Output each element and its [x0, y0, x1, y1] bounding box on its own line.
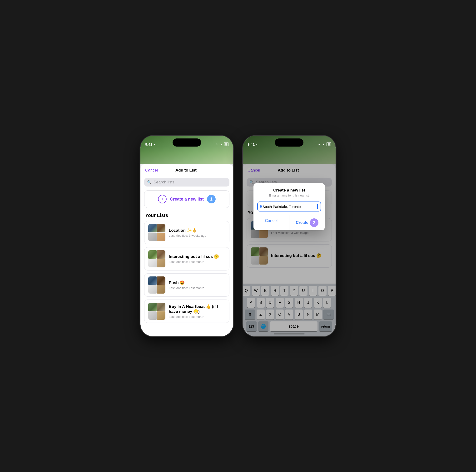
dialog-header: Create a new list Enter a name for this …: [254, 183, 325, 201]
cancel-button[interactable]: Cancel: [145, 168, 158, 173]
dialog-subtitle: Enter a name for this new list.: [258, 194, 320, 197]
photo-cell: [148, 224, 157, 232]
modal-sheet: Cancel Add to List 🔍 Search lists + Crea…: [140, 164, 233, 336]
create-new-list-button[interactable]: + Create a new list 1: [144, 190, 229, 208]
list-item-name: Interesting but a lil sus 🤔: [169, 254, 225, 259]
photo-cell: [148, 233, 157, 241]
battery-icon-2: ▓: [326, 142, 331, 146]
plus-icon: +: [158, 195, 167, 203]
list-item-info: Location ✨👌 Last Modified: 3 weeks ago: [169, 228, 225, 237]
list-item-modified: Last Modified: Last month: [169, 286, 225, 290]
input-cursor-dot: [260, 205, 262, 208]
dynamic-island: [172, 138, 201, 146]
list-item[interactable]: Interesting but a lil sus 🤔 Last Modifie…: [144, 247, 229, 271]
photo-cell: [148, 285, 157, 293]
create-list-label: Create a new list: [170, 197, 204, 202]
photo-cell: [148, 259, 157, 267]
modal-header: Cancel Add to List: [140, 164, 233, 176]
photo-cell: [157, 259, 165, 267]
status-icons-2: ✈ ▲ ▓: [318, 142, 331, 146]
status-time: 9:41 ▲: [145, 142, 156, 146]
photo-cell: [157, 285, 165, 293]
list-item[interactable]: Buy In A Heartbeat 👍 (if I have money 😁)…: [144, 299, 229, 323]
list-item-name: Buy In A Heartbeat 👍 (if I have money 😁): [169, 304, 225, 314]
search-input[interactable]: Search lists: [153, 180, 174, 185]
photo-cell: [157, 224, 165, 232]
status-icons: ✈ ▲ ▓: [216, 142, 228, 146]
photo-cell: [157, 303, 165, 311]
airplane-icon-2: ✈: [318, 143, 321, 146]
create-new-list-dialog: Create a new list Enter a name for this …: [254, 183, 325, 230]
dialog-buttons: Cancel Create 2: [254, 215, 325, 230]
list-item-modified: Last Modified: Last month: [169, 315, 225, 319]
phone-2: 9:41 ▲ ✈ ▲ ▓ Cancel Add to List 🔍 Search…: [243, 136, 336, 336]
photo-cell: [148, 250, 157, 259]
photo-cell: [157, 233, 165, 241]
photo-cell: [148, 311, 157, 320]
text-cursor: [317, 204, 318, 209]
modal-title: Add to List: [175, 168, 197, 173]
search-icon: 🔍: [147, 180, 152, 184]
list-item-photos: [148, 224, 165, 241]
step-2-badge: 2: [310, 218, 319, 227]
location-arrow-icon-2: ▲: [255, 143, 258, 146]
list-item-modified: Last Modified: 3 weeks ago: [169, 234, 225, 237]
list-item-photos: [148, 303, 165, 320]
dynamic-island-2: [275, 138, 304, 146]
photo-cell: [148, 303, 157, 311]
airplane-icon: ✈: [216, 143, 218, 146]
phone-2-screen: 9:41 ▲ ✈ ▲ ▓ Cancel Add to List 🔍 Search…: [243, 136, 336, 336]
phone-1-screen: 9:41 ▲ ✈ ▲ ▓ Cancel Add to List 🔍 Search…: [140, 136, 233, 336]
list-item-name: Posh 🤩: [169, 280, 225, 285]
list-item-info: Posh 🤩 Last Modified: Last month: [169, 280, 225, 290]
battery-icon: ▓: [224, 142, 228, 146]
phone-1: 9:41 ▲ ✈ ▲ ▓ Cancel Add to List 🔍 Search…: [140, 136, 233, 336]
list-item-photos: [148, 250, 165, 267]
location-arrow-icon: ▲: [153, 143, 156, 146]
dialog-input-container[interactable]: South Parkdale, Toronto: [257, 201, 321, 212]
list-item-photos: [148, 277, 165, 293]
search-bar[interactable]: 🔍 Search lists: [144, 178, 229, 187]
list-item-modified: Last Modified: Last month: [169, 260, 225, 264]
list-item[interactable]: Location ✨👌 Last Modified: 3 weeks ago: [144, 221, 229, 244]
dialog-create-button[interactable]: Create 2: [289, 215, 325, 230]
photo-cell: [157, 277, 165, 285]
photo-cell: [157, 311, 165, 320]
your-lists-heading: Your Lists: [140, 213, 233, 221]
wifi-icon-2: ▲: [322, 143, 325, 146]
photo-cell: [157, 250, 165, 259]
dialog-cancel-button[interactable]: Cancel: [254, 215, 289, 230]
dialog-overlay: Create a new list Enter a name for this …: [243, 136, 336, 336]
step-1-badge: 1: [207, 195, 216, 203]
list-name-input[interactable]: South Parkdale, Toronto: [262, 205, 317, 209]
wifi-icon: ▲: [220, 143, 223, 146]
status-time-2: 9:41 ▲: [248, 142, 258, 146]
list-item-info: Interesting but a lil sus 🤔 Last Modifie…: [169, 254, 225, 264]
dialog-title: Create a new list: [258, 188, 320, 193]
list-item[interactable]: Posh 🤩 Last Modified: Last month: [144, 273, 229, 297]
list-item-name: Location ✨👌: [169, 228, 225, 233]
list-item-info: Buy In A Heartbeat 👍 (if I have money 😁)…: [169, 304, 225, 319]
photo-cell: [148, 277, 157, 285]
